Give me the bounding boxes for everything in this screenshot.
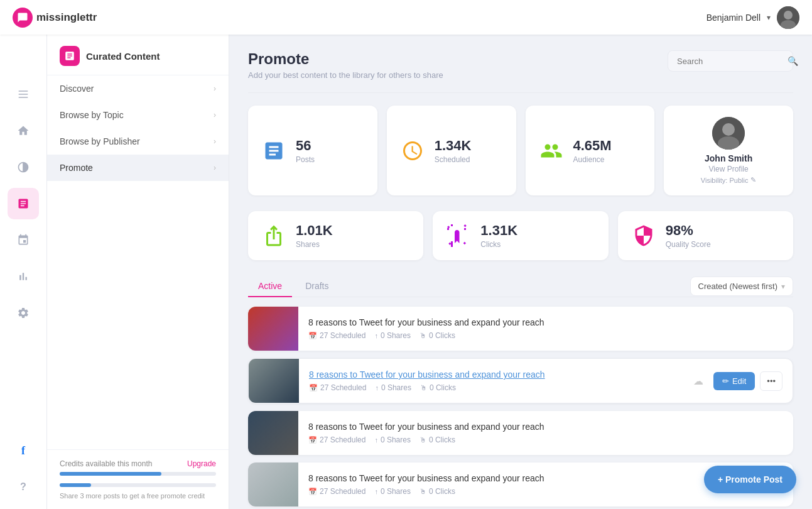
stat-value-shares: 1.01K	[296, 222, 333, 239]
profile-avatar	[712, 117, 745, 150]
card-info: 8 reasons to Tweet for your business and…	[298, 310, 793, 348]
user-name: Benjamin Dell	[706, 13, 761, 23]
upgrade-link[interactable]: Upgrade	[187, 459, 216, 468]
sidebar-item-menu[interactable]	[8, 79, 39, 110]
divider	[248, 92, 793, 93]
credits-label: Credits available this month Upgrade	[60, 459, 216, 468]
stats-grid-row1: 56 Posts 1.34K Scheduled 4.65M	[248, 106, 793, 195]
meta-shares: ↑ 0 Shares	[374, 435, 411, 444]
chevron-right-icon: ›	[214, 111, 216, 119]
credits-progress-bg2	[60, 483, 216, 487]
tabs: Active Drafts	[248, 276, 338, 297]
visibility-text: Visibility: Public	[701, 177, 749, 184]
calendar-icon: 📅	[309, 384, 318, 392]
pencil-icon: ✏	[722, 376, 729, 386]
sidebar-item-settings[interactable]	[8, 297, 39, 329]
stat-label-audience: Audience	[573, 155, 612, 164]
stat-label-posts: Posts	[296, 155, 315, 164]
stat-info-shares: 1.01K Shares	[296, 222, 333, 249]
calendar-icon: 📅	[308, 436, 317, 444]
content-card: 8 reasons to Tweet for your business and…	[248, 307, 793, 351]
chevron-right-icon: ›	[214, 137, 216, 146]
credits-text: Credits available this month	[60, 459, 152, 468]
card-title-link[interactable]: 8 reasons to Tweet for your business and…	[309, 369, 683, 380]
stat-card-posts: 56 Posts	[248, 106, 377, 195]
panel-title: Curated Content	[86, 51, 160, 62]
sidebar-item-curated[interactable]	[8, 188, 39, 219]
view-profile-link[interactable]: View Profile	[709, 165, 749, 173]
search-input[interactable]	[677, 57, 782, 66]
content-card: 8 reasons to Tweet for your business and…	[248, 411, 793, 455]
sort-dropdown[interactable]: Created (Newest first) ▾	[690, 276, 793, 296]
quality-icon	[631, 222, 657, 249]
avatar[interactable]	[777, 6, 799, 29]
tab-drafts[interactable]: Drafts	[295, 276, 338, 297]
cursor-icon: 🖱	[420, 384, 427, 391]
stat-info-quality: 98% Quality Score	[666, 222, 711, 249]
card-info: 8 reasons to Tweet for your business and…	[299, 362, 693, 400]
sidebar-bottom: f ?	[8, 435, 39, 509]
cursor-icon: 🖱	[420, 332, 426, 339]
stat-value-audience: 4.65M	[573, 138, 612, 154]
page-header-text: Promote Add your best content to the lib…	[248, 50, 443, 80]
topbar: missinglettr Benjamin Dell ▾	[0, 0, 812, 35]
nav-item-discover[interactable]: Discover ›	[47, 75, 229, 102]
stat-value-scheduled: 1.34K	[435, 138, 472, 154]
nav-item-browse-topic[interactable]: Browse by Topic ›	[47, 102, 229, 128]
stat-label-shares: Shares	[296, 240, 333, 249]
sidebar-item-calendar[interactable]	[8, 224, 39, 256]
stat-card-quality: 98% Quality Score	[618, 211, 793, 260]
sidebar-item-analytics[interactable]	[8, 261, 39, 292]
share-icon: ↑	[374, 488, 378, 495]
more-options-button[interactable]: •••	[760, 371, 782, 391]
card-actions: ✏ Edit •••	[703, 371, 793, 391]
card-title: 8 reasons to Tweet for your business and…	[308, 422, 783, 432]
nav-items: Discover › Browse by Topic › Browse by P…	[47, 75, 229, 449]
share-hint: Share 3 more posts to get a free promote…	[60, 492, 216, 500]
calendar-icon: 📅	[308, 488, 317, 496]
svg-point-7	[722, 123, 735, 136]
sidebar-item-facebook[interactable]: f	[8, 435, 39, 466]
profile-card: John Smith View Profile Visibility: Publ…	[664, 106, 793, 195]
nav-item-browse-publisher[interactable]: Browse by Publisher ›	[47, 128, 229, 155]
stat-info-audience: 4.65M Audience	[573, 138, 612, 164]
search-box[interactable]: 🔍	[668, 50, 793, 72]
panel-header: Curated Content	[47, 35, 229, 75]
tabs-row: Active Drafts Created (Newest first) ▾	[248, 276, 793, 297]
chevron-down-icon[interactable]: ▾	[767, 13, 771, 22]
nav-item-promote[interactable]: Promote ›	[47, 155, 229, 181]
sidebar-item-drops[interactable]	[8, 151, 39, 183]
meta-scheduled: 📅 27 Scheduled	[309, 383, 366, 392]
stat-value-clicks: 1.31K	[480, 222, 517, 239]
stats-grid-row2: 1.01K Shares 1.31K Clicks 98%	[248, 211, 793, 260]
sidebar-item-home[interactable]	[8, 115, 39, 146]
nav-item-promote-label: Promote	[60, 163, 93, 173]
page-subtitle: Add your best content to the library for…	[248, 70, 443, 80]
meta-scheduled: 📅 27 Scheduled	[308, 487, 365, 496]
topbar-right: Benjamin Dell ▾	[706, 6, 799, 29]
svg-point-8	[718, 136, 739, 150]
scheduled-icon	[399, 138, 426, 164]
meta-shares: ↑ 0 Shares	[374, 331, 411, 340]
visibility-row: Visibility: Public ✎	[701, 176, 757, 184]
stat-info-posts: 56 Posts	[296, 138, 315, 164]
edit-visibility-icon[interactable]: ✎	[750, 176, 756, 184]
stat-card-scheduled: 1.34K Scheduled	[387, 106, 516, 195]
logo[interactable]: missinglettr	[13, 8, 97, 28]
meta-scheduled: 📅 27 Scheduled	[308, 435, 365, 444]
meta-clicks: 🖱 0 Clicks	[420, 487, 455, 496]
main-header: Promote Add your best content to the lib…	[248, 50, 793, 80]
credits-progress-bg	[60, 472, 216, 476]
chevron-right-icon: ›	[214, 84, 216, 93]
stat-label-quality: Quality Score	[666, 240, 711, 249]
left-panel: Curated Content Discover › Browse by Top…	[47, 35, 229, 509]
cloud-icon: ☁	[693, 375, 703, 387]
stat-card-clicks: 1.31K Clicks	[433, 211, 608, 260]
promote-post-button[interactable]: + Promote Post	[704, 466, 796, 493]
search-icon: 🔍	[788, 56, 798, 66]
sidebar-item-help[interactable]: ?	[8, 471, 39, 503]
stat-value-posts: 56	[296, 138, 315, 154]
tab-active[interactable]: Active	[248, 276, 292, 297]
edit-button[interactable]: ✏ Edit	[713, 372, 755, 390]
card-meta: 📅 27 Scheduled ↑ 0 Shares 🖱 0 Clicks	[309, 383, 683, 392]
